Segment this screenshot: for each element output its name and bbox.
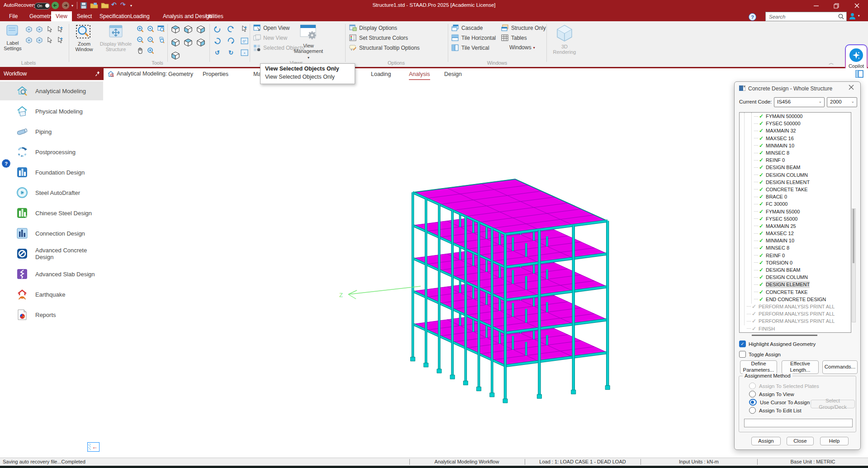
zoom-out-icon[interactable] xyxy=(137,36,144,43)
ribbon-collapse-chevron[interactable]: ︿ xyxy=(829,59,834,67)
tree-item[interactable]: ✓MINMAIN 10 xyxy=(740,237,851,244)
close-dialog-button[interactable]: Close xyxy=(787,437,814,445)
rotate-up-icon[interactable] xyxy=(227,37,235,45)
view-top-icon[interactable] xyxy=(184,25,193,34)
tree-item[interactable]: ✓DESIGN COLUMN xyxy=(740,274,851,281)
tree-item[interactable]: ✓END CONCRETE DESIGN xyxy=(740,296,851,303)
view-management-button[interactable]: View Management ▾ xyxy=(294,24,323,60)
angle-icon[interactable]: 0° xyxy=(241,37,248,45)
view-bottom-icon[interactable] xyxy=(196,38,205,47)
sidebar-item-postprocessing[interactable]: Postprocessing xyxy=(0,142,103,161)
view-iso-icon[interactable] xyxy=(171,25,180,34)
spin-cw-icon[interactable]: ↻ xyxy=(227,49,235,57)
tree-item[interactable]: ✓MAXSEC 16 xyxy=(740,135,851,142)
menu-loading[interactable]: Loading xyxy=(126,11,154,21)
tag-beam-icon[interactable] xyxy=(36,26,43,33)
windows-menu-button[interactable]: Windows ▾ xyxy=(509,44,535,51)
sidebar-item-steel-autodrafter[interactable]: Steel AutoDrafter xyxy=(0,183,103,202)
toggle-assign-checkbox[interactable]: Toggle Assign xyxy=(739,351,781,358)
commands-tree[interactable]: ✓FYMAIN 500000✓FYSEC 500000✓MAXMAIN 32✓M… xyxy=(739,112,851,333)
tables-button[interactable]: Tables xyxy=(501,34,527,41)
sidebar-item-advanced-slab-design[interactable]: Advanced Slab Design xyxy=(0,265,103,284)
status-input-units[interactable]: Input Units : kN-m xyxy=(679,459,719,464)
assign-button[interactable]: Assign xyxy=(751,437,781,445)
tree-item[interactable]: ✓REINF 0 xyxy=(740,252,851,259)
commands-button[interactable]: Commands... xyxy=(822,360,858,374)
rotate-left-icon[interactable] xyxy=(213,25,221,33)
edit-list-input[interactable] xyxy=(744,419,853,427)
display-options-button[interactable]: Display Options xyxy=(349,24,397,31)
code-year-select[interactable]: 2000 ⌄ xyxy=(827,97,857,107)
zoom-dynamic-icon[interactable] xyxy=(147,47,154,54)
tile-horizontal-button[interactable]: Tile Horizontal xyxy=(451,34,496,41)
tree-item[interactable]: ✓FC 30000 xyxy=(740,200,851,208)
tag-node-icon[interactable] xyxy=(25,26,33,33)
zoom-in-icon[interactable] xyxy=(137,25,144,33)
zoom-window-icon[interactable] xyxy=(157,25,165,33)
restore-button[interactable] xyxy=(830,1,843,10)
tree-item[interactable]: ✓FYSEC 55000 xyxy=(740,215,851,222)
tree-item[interactable]: ✓MINSEC 8 xyxy=(740,244,851,251)
tree-item[interactable]: ✓REINF 0 xyxy=(740,156,851,164)
view-front-icon[interactable] xyxy=(196,25,205,34)
sidebar-item-connection-design[interactable]: Connection Design xyxy=(0,224,103,243)
tab-properties[interactable]: Properties xyxy=(203,70,228,79)
sidebar-collapse-button[interactable]: ← xyxy=(87,442,100,452)
effective-length-button[interactable]: Effective Length... xyxy=(782,360,819,374)
close-button[interactable] xyxy=(850,1,863,10)
menu-utilities[interactable]: Utilities xyxy=(201,11,228,21)
view-perspective-icon[interactable] xyxy=(171,51,180,60)
tag-solid-icon[interactable] xyxy=(36,37,43,44)
tree-item[interactable]: ✓FYSEC 500000 xyxy=(740,120,851,127)
label-settings-button[interactable]: Label Settings xyxy=(3,24,23,52)
tree-vertical-scrollbar[interactable] xyxy=(852,208,856,322)
rotate-down-icon[interactable] xyxy=(213,37,221,45)
tree-item[interactable]: ✓FYMAIN 500000 xyxy=(740,113,851,120)
radio-assign-to-edit-list[interactable]: Assign To Edit List xyxy=(749,407,802,414)
spin-ccw-icon[interactable]: ↺ xyxy=(213,49,221,57)
structural-tooltip-options-button[interactable]: Structural Tooltip Options xyxy=(349,44,420,51)
tree-item[interactable]: ✓DESIGN ELEMENT xyxy=(740,179,851,186)
tab-design[interactable]: Design xyxy=(444,70,462,79)
tree-vscroll-thumb[interactable] xyxy=(853,209,854,263)
sidebar-item-foundation-design[interactable]: Foundation Design xyxy=(0,163,103,182)
view-back-icon[interactable] xyxy=(184,38,193,47)
menu-file[interactable]: File xyxy=(5,11,22,21)
select-group-deck-button[interactable]: Select Group/Deck xyxy=(811,400,855,408)
tree-item[interactable]: ✓DESIGN BEAM xyxy=(740,266,851,274)
minimize-button[interactable] xyxy=(810,1,822,10)
tile-vertical-button[interactable]: Tile Vertical xyxy=(451,44,489,51)
radio-use-cursor-to-assign[interactable]: Use Cursor To Assign xyxy=(749,399,810,406)
code-select[interactable]: IS456 ⌄ xyxy=(774,97,825,107)
zoom-window-button[interactable]: Zoom Window xyxy=(72,24,96,52)
menu-select[interactable]: Select xyxy=(72,11,96,21)
window-layout-icon[interactable] xyxy=(855,70,863,79)
status-load-case[interactable]: Load : 1: LOAD CASE 1 - DEAD LOAD xyxy=(539,459,626,464)
tree-item[interactable]: ✓DESIGN COLUMN xyxy=(740,171,851,179)
radio-assign-to-view[interactable]: Assign To View xyxy=(749,391,794,397)
rotate-right-icon[interactable] xyxy=(227,25,235,33)
zoom-extents-icon[interactable] xyxy=(147,25,154,33)
tree-item[interactable]: ✓MAXMAIN 32 xyxy=(740,127,851,134)
new-view-button[interactable]: New View xyxy=(253,34,287,41)
user-account-icon[interactable] xyxy=(849,12,856,22)
cursor-plate-icon[interactable] xyxy=(46,37,53,44)
sidebar-item-physical-modeling[interactable]: Physical Modeling xyxy=(0,102,103,121)
tag-plate-icon[interactable] xyxy=(25,37,33,44)
tree-item[interactable]: ✓PERFORM ANALYSIS PRINT ALL xyxy=(740,310,851,317)
tree-horizontal-scrollbar[interactable] xyxy=(739,334,850,337)
dialog-close-button[interactable] xyxy=(849,85,856,92)
highlight-assigned-checkbox[interactable]: ✓ Highlight Assigned Geometry xyxy=(739,340,816,347)
tab-loading[interactable]: Loading xyxy=(371,70,391,79)
sidebar-item-advanced-concrete-design[interactable]: Advanced Concrete Design xyxy=(0,244,103,263)
cursor-beam-icon[interactable] xyxy=(57,26,64,33)
tree-item[interactable]: ✓MINSEC 8 xyxy=(740,149,851,156)
tree-item[interactable]: ✓FINISH xyxy=(740,325,851,332)
sidebar-item-earthquake[interactable]: Earthquake xyxy=(0,285,103,304)
rendering-3d-button[interactable]: 3DRendering xyxy=(549,24,580,55)
sidebar-item-piping[interactable]: Piping xyxy=(0,122,103,141)
search-input[interactable]: Search xyxy=(765,12,847,21)
tree-item[interactable]: ✓PERFORM ANALYSIS PRINT ALL xyxy=(740,303,851,310)
pan-icon[interactable] xyxy=(137,47,144,54)
menu-view[interactable]: View xyxy=(51,11,72,21)
